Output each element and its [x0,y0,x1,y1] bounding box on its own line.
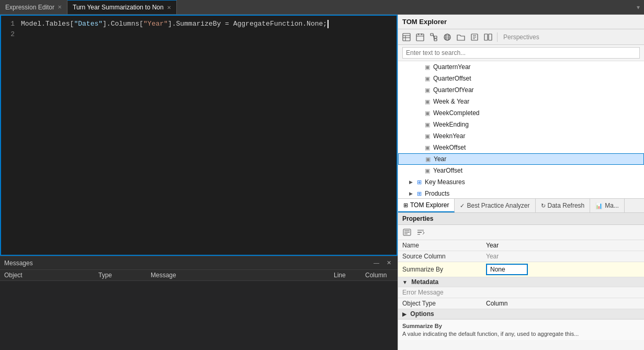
messages-minimize-button[interactable]: — [371,259,381,266]
best-practice-tab-icon: ✓ [460,202,465,209]
tree-item-quarter-of-year[interactable]: ▣ QuarterOfYear [398,84,644,96]
tree-item-year-offset[interactable]: ▣ YearOffset [398,165,644,176]
tab-label-expression-editor: Expression Editor [5,4,54,11]
messages-panel: Messages — ✕ Object Type Message [0,256,398,350]
messages-controls: — ✕ [371,259,393,266]
tab-ma[interactable]: 📊 Ma... [590,199,625,212]
toolbar-folder-icon[interactable] [455,31,467,43]
tree-collapse-arrow[interactable]: ▶ [406,191,415,196]
summarize-by-desc-text: A value indicating the default function,… [402,331,640,337]
tom-search-input[interactable] [402,47,640,59]
tree-label: QuarterOffset [433,75,644,82]
column-icon: ▣ [423,109,432,117]
svg-rect-8 [431,33,433,36]
tree-item-week-ending[interactable]: ▣ WeekEnding [398,119,644,130]
tree-label-key-measures: Key Measures [425,178,644,186]
prop-row-object-type: Object Type Column [398,298,644,309]
prop-row-summarize-by[interactable]: Summarize By None [398,262,644,277]
tree-item-quartern-year[interactable]: ▣ QuarternYear [398,61,644,73]
svg-rect-10 [434,39,437,41]
tab-overflow-button[interactable]: ▾ [632,4,644,11]
tab-tom-explorer[interactable]: ⊞ TOM Explorer [398,199,455,212]
tree-item-week-completed[interactable]: ▣ WeekCompleted [398,107,644,119]
prop-name-object-type: Object Type [398,298,482,309]
tab-turn-year[interactable]: Turn Year Summarization to Non ✕ [67,0,177,14]
col-header-column: Column [361,270,398,281]
tom-toolbar: Perspectives [398,29,644,45]
column-icon: ▣ [423,63,432,71]
prop-section-metadata[interactable]: ▼ Metadata [398,277,644,287]
toolbar-edit-icon[interactable] [468,31,481,43]
prop-row-source-column: Source Column Year [398,251,644,262]
tree-item-quarter-offset[interactable]: ▣ QuarterOffset [398,73,644,84]
toolbar-globe-icon[interactable] [441,31,454,43]
tree-label: WeeknYear [433,132,644,140]
table-icon: ⊞ [415,189,423,198]
tab-label-turn-year: Turn Year Summarization to Non [73,4,164,11]
tree-label-year: Year [434,155,643,163]
editor-area[interactable]: 1 2 Model.Tables["Dates"].Columns["Year"… [0,15,398,256]
section-arrow-metadata: ▼ [402,279,408,285]
toolbar-calendar-icon[interactable] [414,31,426,43]
tree-label: QuarterOfYear [433,86,644,94]
tree-item-weekn-year[interactable]: ▣ WeeknYear [398,130,644,142]
tree-container: ▣ QuarternYear ▣ QuarterOffset ▣ Quarter… [398,61,644,198]
code-line-1: Model.Tables["Dates"].Columns["Year"].Su… [21,19,392,29]
column-icon: ▣ [423,132,432,140]
column-icon: ▣ [424,155,432,163]
code-token-year-str: "Year" [143,19,168,29]
section-label: Options [410,310,434,318]
toolbar-hierarchy-icon[interactable] [427,31,440,43]
props-sort-az-button[interactable] [401,227,413,238]
tab-label: Ma... [605,202,619,209]
tab-expression-editor[interactable]: Expression Editor ✕ [0,0,67,14]
tree-item-week-year[interactable]: ▣ Week & Year [398,96,644,107]
tab-close-turn-year[interactable]: ✕ [167,5,171,10]
main-layout: 1 2 Model.Tables["Dates"].Columns["Year"… [0,15,644,350]
tree-label: Week & Year [433,98,644,105]
column-icon: ▣ [423,97,432,106]
col-header-line: Line [330,270,361,281]
editor-content[interactable]: Model.Tables["Dates"].Columns["Year"].Su… [17,16,397,255]
tree-item-week-offset[interactable]: ▣ WeekOffset [398,142,644,153]
tree-label: WeekOffset [433,144,644,151]
tab-data-refresh[interactable]: ↻ Data Refresh [536,199,591,212]
tab-close-expression-editor[interactable]: ✕ [58,4,62,10]
code-line-2 [21,29,392,40]
tree-item-products[interactable]: ▶ ⊞ Products [398,188,644,198]
prop-value-object-type: Column [482,298,644,309]
prop-value-name: Year [482,240,644,251]
prop-section-options[interactable]: ▶ Options [398,309,644,319]
tree-item-key-measures[interactable]: ▶ ⊞ Key Measures [398,176,644,188]
code-token: Model.Tables[ [21,19,74,29]
messages-header: Messages — ✕ [0,256,398,270]
prop-value-error-message [482,287,644,298]
summarize-by-description: Summarize By A value indicating the defa… [398,319,644,340]
summarize-by-desc-title: Summarize By [402,323,640,329]
summarize-by-value-box[interactable]: None [486,264,528,275]
prop-name-source-column: Source Column [398,251,482,262]
tree-item-year[interactable]: ▣ Year [398,153,644,165]
code-token: ].Columns[ [103,19,143,29]
properties-panel: Properties Name Year [398,213,644,350]
properties-toolbar [398,225,644,240]
toolbar-columns-icon[interactable] [482,31,494,43]
props-category-button[interactable] [415,227,426,238]
tab-best-practice[interactable]: ✓ Best Practice Analyzer [455,199,535,212]
column-icon: ▣ [423,86,432,94]
messages-close-button[interactable]: ✕ [385,259,393,266]
col-header-object: Object [0,270,94,281]
svg-rect-23 [489,34,492,40]
table-icon: ⊞ [415,178,423,186]
prop-value-summarize-by[interactable]: None [482,262,644,277]
toolbar-separator [497,32,498,42]
right-panel: TOM Explorer [398,15,644,350]
toolbar-table-icon[interactable] [400,31,413,43]
tree-label: WeekCompleted [433,109,644,117]
prop-section-label-metadata: ▼ Metadata [398,277,644,287]
tree-collapse-arrow[interactable]: ▶ [406,179,415,185]
data-refresh-tab-icon: ↻ [541,202,546,209]
line-numbers: 1 2 [1,16,17,43]
prop-name-error-message: Error Message [398,287,482,298]
code-token: ].SummarizeBy = AggregateFunction.None; [168,19,327,29]
